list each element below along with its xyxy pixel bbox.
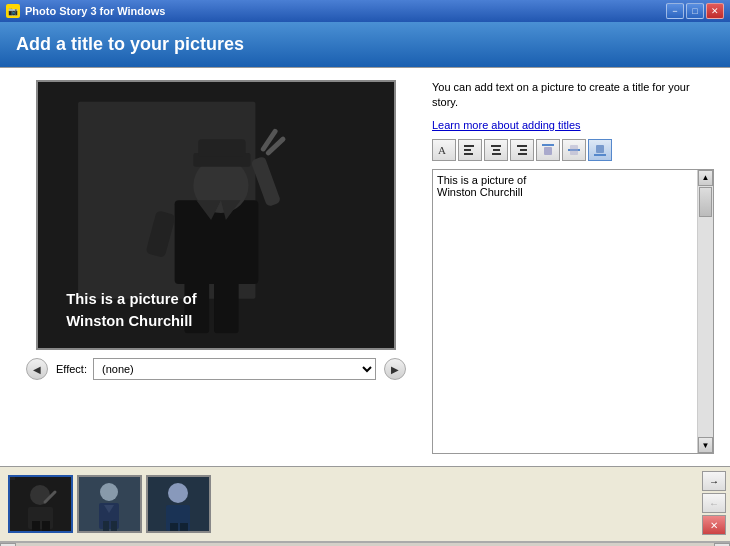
filmstrip-delete-button[interactable]: ✕: [702, 515, 726, 535]
svg-text:Winston Churchill: Winston Churchill: [66, 313, 192, 329]
window-controls: − □ ✕: [666, 3, 724, 19]
svg-rect-4: [175, 200, 259, 284]
close-button[interactable]: ✕: [706, 3, 724, 19]
svg-rect-49: [180, 523, 188, 531]
title-bar: 📷 Photo Story 3 for Windows − □ ✕: [0, 0, 730, 22]
svg-rect-22: [492, 153, 501, 155]
next-photo-button[interactable]: ▶: [384, 358, 406, 380]
svg-rect-19: [464, 153, 473, 155]
svg-rect-34: [10, 477, 15, 480]
photo-preview: This is a picture of Winston Churchill: [36, 80, 396, 350]
filmstrip-section: → ← ✕: [0, 467, 730, 542]
svg-rect-26: [542, 144, 554, 146]
app-header: Add a title to your pictures: [0, 22, 730, 67]
scroll-left-button[interactable]: ◀: [0, 543, 16, 547]
svg-text:A: A: [438, 144, 446, 156]
app-icon: 📷: [6, 4, 20, 18]
learn-more-link[interactable]: Learn more about adding titles: [432, 119, 714, 131]
valign-bottom-button[interactable]: [588, 139, 612, 161]
valign-top-button[interactable]: [536, 139, 560, 161]
svg-rect-31: [596, 145, 604, 153]
svg-rect-20: [491, 145, 501, 147]
svg-rect-17: [464, 145, 474, 147]
effect-label: Effect:: [56, 363, 87, 375]
caption-textarea[interactable]: This is a picture of Winston Churchill: [433, 170, 697, 453]
svg-rect-18: [464, 149, 471, 151]
svg-point-46: [168, 483, 188, 503]
align-right-button[interactable]: [510, 139, 534, 161]
scroll-up-button[interactable]: ▲: [698, 170, 713, 186]
svg-rect-37: [42, 521, 50, 531]
scroll-thumb[interactable]: [699, 187, 712, 217]
instruction-text: You can add text on a picture to create …: [432, 80, 714, 111]
filmstrip-controls: → ← ✕: [698, 467, 730, 541]
svg-rect-29: [570, 145, 578, 155]
scroll-track: [698, 186, 713, 437]
filmstrip-scroll: [0, 467, 698, 541]
filmstrip-inner: [0, 467, 698, 541]
text-area-container: This is a picture of Winston Churchill ▲…: [432, 169, 714, 454]
filmstrip-thumb-2[interactable]: [77, 475, 142, 533]
main-content: This is a picture of Winston Churchill ◀…: [0, 67, 730, 467]
page-title: Add a title to your pictures: [16, 34, 714, 55]
svg-rect-43: [111, 521, 117, 531]
vertical-scrollbar[interactable]: ▲ ▼: [697, 170, 713, 453]
align-center-button[interactable]: [484, 139, 508, 161]
left-panel: This is a picture of Winston Churchill ◀…: [16, 80, 416, 454]
maximize-button[interactable]: □: [686, 3, 704, 19]
svg-rect-30: [594, 154, 606, 156]
svg-point-40: [100, 483, 118, 501]
svg-rect-36: [32, 521, 40, 531]
filmstrip-thumb-3[interactable]: [146, 475, 211, 533]
font-button[interactable]: A: [432, 139, 456, 161]
title-bar-title: Photo Story 3 for Windows: [25, 5, 165, 17]
valign-middle-button[interactable]: [562, 139, 586, 161]
scroll-right-button[interactable]: ▶: [714, 543, 730, 547]
effect-select[interactable]: (none): [93, 358, 376, 380]
horizontal-scrollbar: ◀ ▶: [0, 542, 730, 546]
align-left-button[interactable]: [458, 139, 482, 161]
svg-rect-25: [518, 153, 527, 155]
svg-rect-24: [520, 149, 527, 151]
minimize-button[interactable]: −: [666, 3, 684, 19]
svg-rect-23: [517, 145, 527, 147]
filmstrip-thumb-1[interactable]: [8, 475, 73, 533]
svg-rect-7: [198, 139, 245, 157]
svg-text:This is a picture of: This is a picture of: [66, 291, 197, 307]
filmstrip-forward-button[interactable]: →: [702, 471, 726, 491]
text-toolbar: A: [432, 139, 714, 161]
prev-photo-button[interactable]: ◀: [26, 358, 48, 380]
right-panel: You can add text on a picture to create …: [432, 80, 714, 454]
svg-rect-27: [544, 147, 552, 155]
svg-rect-42: [103, 521, 109, 531]
svg-rect-48: [170, 523, 178, 531]
scroll-down-button[interactable]: ▼: [698, 437, 713, 453]
svg-rect-21: [493, 149, 500, 151]
filmstrip-back-button[interactable]: ←: [702, 493, 726, 513]
